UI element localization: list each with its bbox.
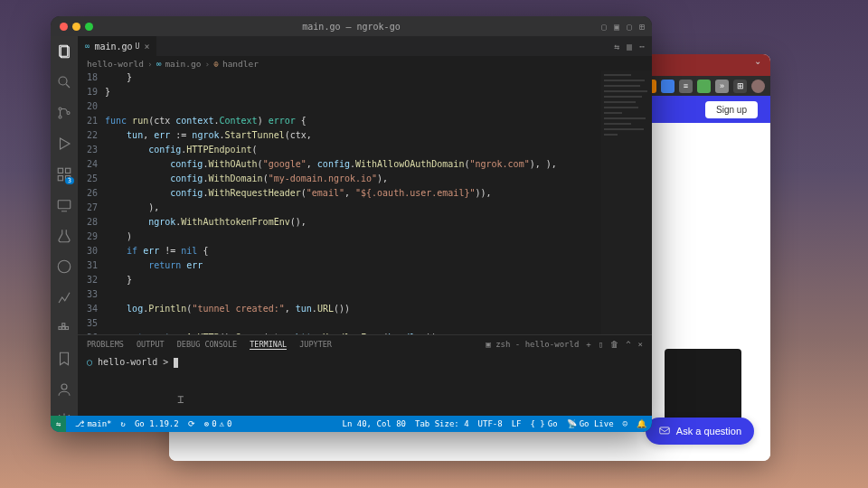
- search-icon[interactable]: [56, 74, 72, 90]
- go-version[interactable]: Go 1.19.2: [135, 419, 179, 428]
- svg-rect-15: [62, 324, 65, 326]
- tab-close-icon[interactable]: ×: [144, 42, 149, 52]
- terminal-picker[interactable]: ▣ zsh - hello-world: [486, 340, 579, 349]
- breadcrumb-symbol[interactable]: handler: [222, 59, 259, 69]
- extension-icon[interactable]: ⊞: [733, 80, 747, 93]
- feedback-icon[interactable]: ☺: [623, 419, 627, 428]
- kill-terminal-icon[interactable]: 🗑: [610, 340, 618, 349]
- eol[interactable]: LF: [512, 419, 522, 428]
- panel-tab-jupyter[interactable]: JUPYTER: [299, 340, 332, 349]
- chevron-down-icon[interactable]: ⌄: [754, 56, 761, 66]
- svg-rect-9: [58, 176, 62, 181]
- panel-tab-debug-console[interactable]: DEBUG CONSOLE: [177, 340, 238, 349]
- tab-main-go[interactable]: ∞ main.go U ×: [78, 36, 156, 56]
- svg-rect-8: [66, 168, 71, 173]
- layout-left-icon[interactable]: ▢: [601, 22, 607, 32]
- extension-icon[interactable]: [661, 80, 675, 93]
- chevron-right-icon: ›: [147, 59, 153, 69]
- avatar[interactable]: [751, 80, 765, 93]
- panel-tab-problems[interactable]: PROBLEMS: [87, 340, 124, 349]
- editor-tabs: ∞ main.go U × ⇆ ▥ ⋯: [78, 36, 652, 56]
- run-debug-icon[interactable]: [56, 136, 72, 152]
- maximize-panel-icon[interactable]: ^: [626, 340, 630, 349]
- ask-question-label: Ask a question: [676, 426, 741, 436]
- activity-bar: 3: [51, 36, 78, 416]
- breadcrumb[interactable]: hello-world › ∞ main.go › ⊕ handler: [78, 56, 652, 70]
- minimap[interactable]: [601, 70, 652, 334]
- editor-area: ∞ main.go U × ⇆ ▥ ⋯ hello-world › ∞ main…: [78, 36, 652, 416]
- encoding[interactable]: UTF-8: [478, 419, 503, 428]
- svg-rect-0: [660, 427, 670, 434]
- tab-size[interactable]: Tab Size: 4: [415, 419, 469, 428]
- chevron-right-icon: ›: [204, 59, 210, 69]
- remote-icon[interactable]: [56, 197, 72, 213]
- explorer-icon[interactable]: [56, 43, 72, 60]
- git-branch[interactable]: ⎇main*: [75, 419, 111, 428]
- chat-icon: [658, 425, 671, 437]
- layout-right-icon[interactable]: ▢: [627, 22, 632, 32]
- tab-label: main.go: [94, 42, 132, 52]
- line-gutter: 1819202122232425262728293031323334353637…: [78, 70, 105, 334]
- statusbar: ⇋ ⎇main* ↻ Go 1.19.2 ⟳ ⊗ 0 ⚠ 0 Ln 40, Co…: [51, 416, 652, 432]
- svg-rect-14: [62, 327, 65, 330]
- graph-icon[interactable]: [56, 289, 72, 305]
- source-control-icon[interactable]: [56, 105, 72, 121]
- panel-tab-output[interactable]: OUTPUT: [137, 340, 165, 349]
- github-icon[interactable]: [56, 258, 72, 275]
- layout-bottom-icon[interactable]: ▣: [614, 22, 619, 32]
- go-refresh-icon[interactable]: ⟳: [188, 419, 195, 428]
- svg-point-17: [61, 384, 67, 389]
- close-icon[interactable]: [60, 23, 68, 31]
- minimize-icon[interactable]: [72, 23, 80, 31]
- breadcrumb-folder[interactable]: hello-world: [87, 59, 144, 69]
- maximize-icon[interactable]: [85, 23, 93, 31]
- problems-count[interactable]: ⊗ 0 ⚠ 0: [204, 419, 232, 428]
- terminal-body[interactable]: ○ hello-world > ⌶: [78, 353, 652, 416]
- terminal-cursor: [174, 358, 178, 368]
- extensions-badge: 3: [65, 177, 74, 184]
- signup-button[interactable]: Sign up: [705, 101, 758, 118]
- close-panel-icon[interactable]: ×: [638, 340, 643, 349]
- svg-point-6: [67, 112, 70, 115]
- more-actions-icon[interactable]: ⋯: [639, 42, 645, 52]
- extensions-icon[interactable]: 3: [56, 166, 72, 183]
- terminal-prompt: hello-world >: [98, 357, 168, 367]
- split-terminal-icon[interactable]: ▯: [599, 340, 603, 349]
- extension-icon[interactable]: »: [715, 80, 729, 93]
- svg-rect-13: [59, 327, 61, 330]
- vscode-titlebar[interactable]: main.go — ngrok-go ▢ ▣ ▢ ⊞: [51, 16, 652, 36]
- titlebar-layout-icons: ▢ ▣ ▢ ⊞: [601, 22, 645, 32]
- bookmark-icon[interactable]: [56, 351, 72, 367]
- vscode-window: main.go — ngrok-go ▢ ▣ ▢ ⊞ 3: [51, 16, 652, 432]
- bottom-panel: PROBLEMSOUTPUTDEBUG CONSOLETERMINALJUPYT…: [78, 334, 652, 416]
- layout-custom-icon[interactable]: ⊞: [639, 22, 645, 32]
- extension-icon[interactable]: ≡: [679, 80, 693, 93]
- window-controls: [51, 23, 93, 31]
- extension-icon[interactable]: [697, 80, 711, 93]
- code-body[interactable]: }}func run(ctx context.Context) error { …: [105, 70, 652, 334]
- svg-point-3: [59, 77, 67, 85]
- svg-rect-7: [58, 168, 62, 173]
- go-live[interactable]: 📡 Go Live: [567, 419, 614, 428]
- notifications-icon[interactable]: 🔔: [637, 419, 646, 428]
- split-editor-icon[interactable]: ▥: [627, 42, 632, 52]
- new-terminal-icon[interactable]: +: [586, 340, 590, 349]
- compare-icon[interactable]: ⇆: [614, 42, 619, 52]
- svg-rect-16: [66, 327, 69, 330]
- language-mode[interactable]: { } Go: [531, 419, 558, 428]
- sync-icon[interactable]: ↻: [121, 419, 126, 428]
- code-editor[interactable]: 1819202122232425262728293031323334353637…: [78, 70, 652, 334]
- settings-gear-icon[interactable]: [56, 412, 72, 416]
- breadcrumb-file[interactable]: main.go: [165, 59, 201, 69]
- ask-question-button[interactable]: Ask a question: [646, 418, 754, 445]
- tab-modified-indicator: U: [136, 42, 140, 51]
- docker-icon[interactable]: [56, 320, 72, 336]
- branch-icon: ⎇: [75, 419, 84, 428]
- testing-icon[interactable]: [56, 228, 72, 244]
- cursor-position[interactable]: Ln 40, Col 80: [343, 419, 406, 428]
- panel-tab-terminal[interactable]: TERMINAL: [250, 340, 287, 350]
- account-icon[interactable]: [56, 381, 72, 398]
- go-file-icon: ∞: [85, 42, 90, 51]
- remote-indicator[interactable]: ⇋: [51, 416, 66, 432]
- go-file-icon: ∞: [156, 59, 162, 69]
